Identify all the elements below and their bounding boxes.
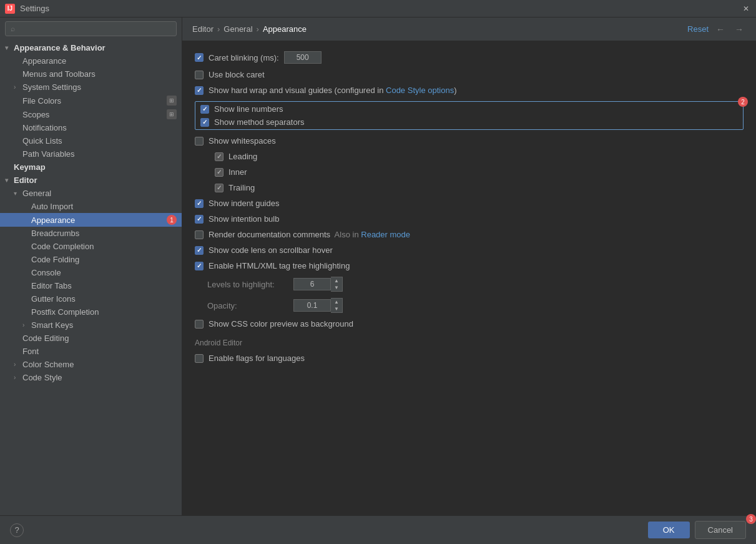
caret-blinking-input-container (284, 51, 322, 64)
trailing-label: Trailing (228, 183, 255, 192)
sidebar-item-postfix-completion[interactable]: Postfix Completion (0, 305, 182, 319)
settings-content: Caret blinking (ms): Use block caret Sho… (182, 41, 756, 515)
show-css-color-label: Show CSS color preview as background (209, 319, 353, 329)
levels-spin-down[interactable]: ▼ (331, 284, 342, 291)
android-editor-section: Android Editor Enable flags for language… (195, 339, 744, 363)
help-button[interactable]: ? (10, 523, 24, 537)
sidebar-item-console[interactable]: Console (0, 266, 182, 279)
sidebar-item-code-style[interactable]: › Code Style (0, 371, 182, 384)
sidebar-item-breadcrumbs[interactable]: Breadcrumbs (0, 227, 182, 240)
main-layout: ⌕ ▾ Appearance & Behavior Appearance Men… (0, 17, 756, 515)
show-indent-guides-label: Show indent guides (209, 199, 279, 208)
leading-checkbox[interactable] (215, 152, 223, 161)
sidebar-item-label: File Colors (22, 96, 164, 106)
leading-label: Leading (228, 152, 257, 161)
enable-html-xml-row: Enable HTML/XML tag tree highlighting (195, 261, 744, 270)
sidebar-item-label: Editor (14, 176, 177, 185)
opacity-spin-down[interactable]: ▼ (331, 305, 342, 312)
sidebar-item-label: Menus and Toolbars (22, 69, 177, 79)
sidebar-item-code-folding[interactable]: Code Folding (0, 253, 182, 266)
render-doc-comments-checkbox[interactable] (195, 230, 204, 239)
reset-button[interactable]: Reset (687, 24, 709, 34)
opacity-label: Opacity: (207, 301, 288, 310)
sidebar-item-label: Smart Keys (31, 320, 177, 330)
sidebar-item-general[interactable]: ▾ General (0, 187, 182, 200)
sidebar-item-gutter-icons[interactable]: Gutter Icons (0, 292, 182, 305)
opacity-input[interactable] (293, 299, 331, 312)
bottom-bar: ? OK Cancel 3 (0, 515, 756, 544)
cancel-button[interactable]: Cancel (695, 521, 746, 539)
sidebar-item-quick-lists[interactable]: Quick Lists (0, 134, 182, 147)
breadcrumb-sep-1: › (217, 24, 220, 34)
show-indent-guides-checkbox[interactable] (195, 199, 204, 208)
inner-label: Inner (228, 167, 247, 177)
sidebar-item-smart-keys[interactable]: › Smart Keys (0, 319, 182, 332)
enable-flags-row: Enable flags for languages (195, 354, 744, 363)
back-button[interactable]: ← (714, 23, 727, 36)
ok-button[interactable]: OK (648, 522, 690, 538)
sidebar-item-notifications[interactable]: Notifications (0, 121, 182, 134)
sidebar-item-label: Gutter Icons (31, 294, 177, 304)
search-input[interactable] (19, 24, 171, 33)
enable-flags-checkbox[interactable] (195, 354, 204, 363)
enable-flags-label: Enable flags for languages (209, 354, 305, 363)
caret-blinking-row: Caret blinking (ms): (195, 51, 744, 64)
caret-blinking-checkbox[interactable] (195, 53, 204, 62)
sidebar-item-label: Code Completion (31, 242, 177, 251)
sidebar-item-keymap[interactable]: Keymap (0, 161, 182, 174)
show-code-lens-checkbox[interactable] (195, 246, 204, 255)
sidebar-item-editor[interactable]: ▾ Editor (0, 174, 182, 187)
show-css-color-checkbox[interactable] (195, 320, 204, 329)
use-block-caret-checkbox[interactable] (195, 71, 204, 79)
sidebar-item-editor-tabs[interactable]: Editor Tabs (0, 279, 182, 292)
search-icon: ⌕ (11, 24, 15, 33)
show-intention-bulb-checkbox[interactable] (195, 215, 204, 224)
sidebar-item-system-settings[interactable]: › System Settings (0, 81, 182, 94)
reader-mode-link[interactable]: Reader mode (361, 230, 410, 239)
use-block-caret-row: Use block caret (195, 70, 744, 79)
trailing-checkbox[interactable] (215, 184, 223, 192)
levels-spin-up[interactable]: ▲ (331, 277, 342, 284)
code-style-link[interactable]: Code Style options (386, 86, 454, 95)
sidebar-item-appearance-sub[interactable]: Appearance 1 (0, 213, 182, 227)
forward-button[interactable]: → (732, 23, 746, 36)
caret-blinking-input[interactable] (284, 51, 322, 64)
sidebar-item-code-completion[interactable]: Code Completion (0, 240, 182, 253)
show-method-separators-checkbox[interactable] (200, 118, 209, 127)
show-code-lens-label: Show code lens on scrollbar hover (209, 245, 333, 255)
show-whitespaces-checkbox[interactable] (195, 137, 204, 146)
sidebar-item-color-scheme[interactable]: › Color Scheme (0, 358, 182, 371)
search-box[interactable]: ⌕ (5, 21, 177, 36)
sidebar-item-appearance-behavior[interactable]: ▾ Appearance & Behavior (0, 41, 182, 54)
sidebar-item-appearance[interactable]: Appearance (0, 54, 182, 67)
enable-html-xml-checkbox[interactable] (195, 262, 204, 270)
opacity-spin-up[interactable]: ▲ (331, 299, 342, 305)
leading-row: Leading (195, 152, 744, 161)
show-hard-wrap-checkbox[interactable] (195, 86, 204, 95)
sidebar-item-scopes[interactable]: Scopes ⊞ (0, 107, 182, 121)
file-colors-icon: ⊞ (167, 96, 177, 106)
show-line-numbers-checkbox[interactable] (200, 105, 209, 114)
sidebar-item-path-variables[interactable]: Path Variables (0, 147, 182, 161)
content-panel: Editor › General › Appearance Reset ← → … (182, 17, 756, 515)
sidebar-item-menus-toolbars[interactable]: Menus and Toolbars (0, 67, 182, 81)
levels-to-highlight-row: Levels to highlight: ▲ ▼ (195, 277, 744, 292)
header-actions: Reset ← → (687, 23, 746, 36)
render-doc-comments-label: Render documentation comments Also in Re… (209, 230, 410, 239)
sidebar-item-label: Code Style (22, 373, 177, 382)
close-button[interactable]: ✕ (741, 4, 751, 14)
opacity-spin: ▲ ▼ (331, 298, 343, 313)
sidebar-item-auto-import[interactable]: Auto Import (0, 200, 182, 213)
breadcrumb-editor: Editor (192, 24, 214, 34)
expand-arrow: › (22, 322, 31, 329)
levels-input-container: ▲ ▼ (293, 277, 343, 292)
sidebar-item-font[interactable]: Font (0, 345, 182, 358)
window-title: Settings (20, 4, 741, 13)
sidebar-item-code-editing[interactable]: Code Editing (0, 332, 182, 345)
caret-blinking-label: Caret blinking (ms): (209, 53, 279, 62)
collapse-arrow: ▾ (14, 190, 22, 197)
sidebar-item-file-colors[interactable]: File Colors ⊞ (0, 94, 182, 107)
sidebar-item-label: Code Editing (22, 334, 177, 343)
levels-input[interactable] (293, 278, 331, 290)
inner-checkbox[interactable] (215, 168, 223, 177)
